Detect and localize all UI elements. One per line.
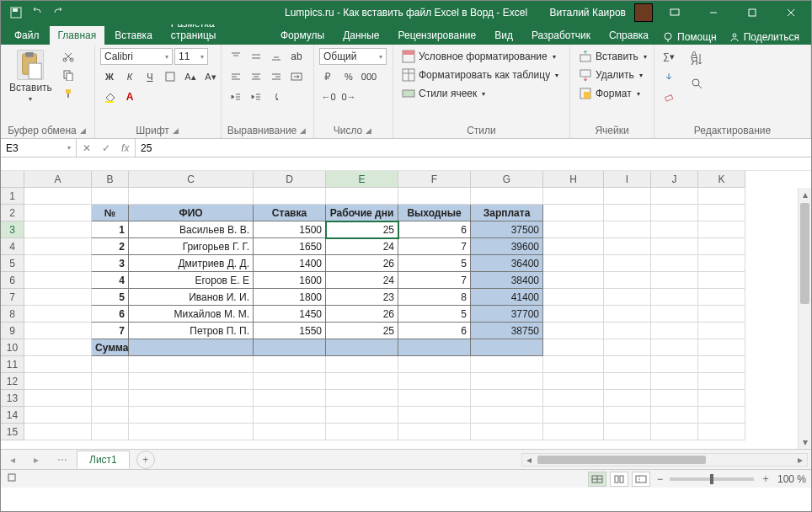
- tab-review[interactable]: Рецензирование: [390, 26, 485, 45]
- zoom-level[interactable]: 100 %: [777, 473, 806, 485]
- row-header-5[interactable]: 5: [1, 255, 24, 272]
- cell[interactable]: 36400: [471, 255, 543, 272]
- find-button[interactable]: [686, 73, 708, 95]
- cell[interactable]: [24, 221, 92, 238]
- cell[interactable]: [698, 424, 745, 440]
- cell[interactable]: 2: [92, 238, 129, 255]
- align-middle-button[interactable]: [247, 48, 265, 65]
- bold-button[interactable]: Ж: [100, 68, 119, 85]
- cell[interactable]: Михайлов М. М.: [129, 306, 254, 323]
- cell[interactable]: Григорьев Г. Г.: [129, 238, 254, 255]
- cell[interactable]: [471, 188, 543, 205]
- tell-me[interactable]: Помощн: [659, 29, 720, 45]
- cell[interactable]: [698, 407, 745, 424]
- cell[interactable]: Сумма: [92, 339, 129, 356]
- cell[interactable]: 37700: [471, 306, 543, 323]
- cell[interactable]: [398, 188, 471, 205]
- page-layout-view-button[interactable]: [610, 472, 628, 487]
- cell[interactable]: Зарплата: [471, 205, 543, 221]
- cell[interactable]: [471, 339, 543, 356]
- cell[interactable]: [698, 205, 745, 221]
- column-header-E[interactable]: E: [326, 171, 398, 188]
- row-header-11[interactable]: 11: [1, 356, 24, 373]
- cell[interactable]: [129, 188, 254, 205]
- cell[interactable]: [698, 306, 745, 323]
- cell[interactable]: 1400: [254, 255, 326, 272]
- cell[interactable]: 37500: [471, 221, 543, 238]
- cell[interactable]: [543, 323, 604, 339]
- merge-button[interactable]: [287, 68, 306, 85]
- cell[interactable]: [92, 407, 129, 424]
- column-header-D[interactable]: D: [254, 171, 326, 188]
- tab-home[interactable]: Главная: [50, 26, 105, 45]
- cell[interactable]: 8: [398, 289, 471, 306]
- cell[interactable]: [604, 205, 651, 221]
- cell[interactable]: Васильев В. В.: [129, 221, 254, 238]
- column-header-B[interactable]: B: [92, 171, 129, 188]
- fx-icon[interactable]: fx: [121, 142, 129, 154]
- cell[interactable]: [398, 407, 471, 424]
- row-header-14[interactable]: 14: [1, 407, 24, 424]
- cell[interactable]: [604, 306, 651, 323]
- cell[interactable]: [543, 407, 604, 424]
- decrease-decimal-button[interactable]: 0→: [339, 88, 358, 105]
- cell[interactable]: [92, 424, 129, 440]
- cell[interactable]: [651, 424, 698, 440]
- cell[interactable]: [471, 356, 543, 373]
- cell[interactable]: [604, 289, 651, 306]
- decrease-indent-button[interactable]: [227, 88, 245, 105]
- vertical-scrollbar[interactable]: ▴ ▾: [798, 188, 811, 449]
- font-size-select[interactable]: 11▾: [174, 48, 208, 65]
- tab-data[interactable]: Данные: [334, 26, 387, 45]
- cell[interactable]: 7: [92, 323, 129, 339]
- number-dialog-launcher[interactable]: ◢: [364, 126, 373, 135]
- cell[interactable]: 1650: [254, 238, 326, 255]
- horizontal-scrollbar[interactable]: ◂ ▸: [521, 453, 808, 467]
- row-header-4[interactable]: 4: [1, 238, 24, 255]
- row-header-13[interactable]: 13: [1, 390, 24, 407]
- tab-formulas[interactable]: Формулы: [272, 26, 333, 45]
- tab-developer[interactable]: Разработчик: [523, 26, 599, 45]
- fill-button[interactable]: [660, 68, 678, 85]
- paste-button[interactable]: Вставить ▾: [6, 48, 56, 104]
- cell[interactable]: [651, 272, 698, 289]
- cell[interactable]: [543, 255, 604, 272]
- cell[interactable]: [24, 339, 92, 356]
- cell[interactable]: [24, 272, 92, 289]
- cell[interactable]: [24, 356, 92, 373]
- increase-font-button[interactable]: A▴: [181, 68, 200, 85]
- cell[interactable]: 7: [398, 238, 471, 255]
- cell[interactable]: [129, 339, 254, 356]
- cell[interactable]: [651, 221, 698, 238]
- scroll-right-icon[interactable]: ▸: [793, 454, 807, 466]
- cell[interactable]: №: [92, 205, 129, 221]
- font-dialog-launcher[interactable]: ◢: [171, 126, 180, 135]
- cell[interactable]: 1600: [254, 272, 326, 289]
- cell[interactable]: [92, 356, 129, 373]
- cell[interactable]: [651, 289, 698, 306]
- cell[interactable]: [651, 356, 698, 373]
- cell[interactable]: 5: [398, 255, 471, 272]
- cell[interactable]: Егоров Е. Е: [129, 272, 254, 289]
- cell[interactable]: [24, 289, 92, 306]
- row-header-3[interactable]: 3: [1, 221, 24, 238]
- orientation-button[interactable]: ⤹: [267, 88, 286, 105]
- row-header-2[interactable]: 2: [1, 205, 24, 221]
- accounting-format-button[interactable]: ₽: [319, 68, 338, 85]
- cell[interactable]: 1: [92, 221, 129, 238]
- fill-color-button[interactable]: [100, 88, 119, 105]
- cell[interactable]: [543, 272, 604, 289]
- cell[interactable]: [604, 188, 651, 205]
- align-bottom-button[interactable]: [267, 48, 286, 65]
- increase-indent-button[interactable]: [247, 88, 265, 105]
- cell[interactable]: [698, 221, 745, 238]
- format-cells-button[interactable]: Формат▾: [575, 85, 644, 102]
- cell[interactable]: [326, 390, 398, 407]
- cell[interactable]: 5: [92, 289, 129, 306]
- cell[interactable]: 26: [326, 306, 398, 323]
- sheet-nav-next[interactable]: ▸: [34, 454, 39, 466]
- row-header-12[interactable]: 12: [1, 373, 24, 390]
- zoom-in-button[interactable]: ＋: [761, 472, 771, 486]
- column-header-G[interactable]: G: [471, 171, 543, 188]
- cut-button[interactable]: [59, 48, 77, 65]
